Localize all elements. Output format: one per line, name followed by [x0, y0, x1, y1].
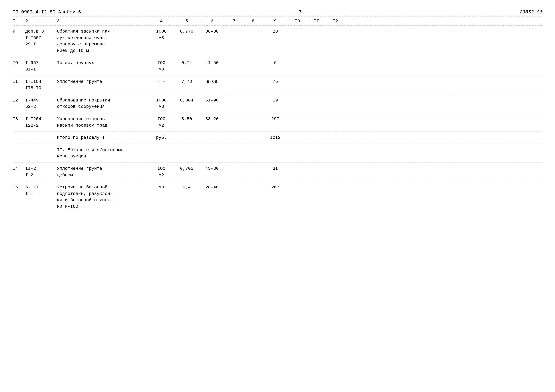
col-header-12: I2 — [326, 19, 345, 24]
cell-c4: IO0м3 — [149, 60, 174, 72]
cell-c6: 43-30 — [199, 165, 225, 172]
cell-c4: IO0м2 — [149, 165, 174, 178]
cell-c4: -"- — [149, 78, 174, 85]
cell-c9: IOI2 — [263, 135, 288, 141]
col-header-2: 2 — [25, 19, 57, 24]
cell-c5: 0,705 — [174, 165, 199, 172]
table-row: II. Бетонные и ж/бетонные конструкции — [13, 144, 542, 163]
cell-c1: I3 — [13, 116, 25, 122]
cell-c3: Обратная засыпка па-зух котлована буль-д… — [57, 28, 149, 54]
cell-c2: I-9678I-I — [25, 60, 57, 72]
table-row: I56-I-II-IУстройство бетоннойподготовки,… — [13, 181, 542, 213]
cell-c2: I-44952-2 — [25, 97, 57, 110]
cell-c2: Доп.в.3I-I60729-I — [25, 28, 57, 48]
cell-c6: 4I-50 — [199, 60, 225, 66]
cell-c9: 75 — [263, 78, 288, 85]
col-header-3: 3 — [57, 19, 149, 24]
col-header-10: IO — [288, 19, 307, 24]
cell-c5: 9,4 — [174, 184, 199, 191]
col-header-1: I — [13, 19, 25, 24]
cell-c6: 5I-90 — [199, 97, 225, 104]
page-header: ТП 090I-4-I2.89 Альбом 6 - 7 - 23852-06 — [13, 9, 542, 15]
cell-c9: 267 — [263, 184, 288, 191]
table-row: IOI-9678I-IТо же, вручнуюIO0м30,I44I-506 — [13, 57, 542, 76]
cell-c5: 0,364 — [174, 97, 199, 104]
table-row: I4II-2I-2Уплотнение грунтащебнемIO0м20,7… — [13, 163, 542, 181]
table-row: I3I-I204I22-2Укрепление откосовнасыпи по… — [13, 113, 542, 132]
col-header-11: II — [307, 19, 326, 24]
cell-c2: 6-I-II-I — [25, 184, 57, 197]
cell-c9: I9 — [263, 97, 288, 104]
cell-c6: 36-30 — [199, 28, 225, 35]
cell-c9: 6 — [263, 60, 288, 66]
cell-c3: Уплотнение грунта — [57, 78, 149, 85]
cell-c9: 3I — [263, 165, 288, 172]
cell-c3: То же, вручную — [57, 60, 149, 66]
cell-c1: IO — [13, 60, 25, 66]
cell-c3: II. Бетонные и ж/бетонные конструкции — [57, 147, 149, 160]
cell-c9: 28 — [263, 28, 288, 35]
cell-c4: I000м3 — [149, 28, 174, 41]
table-row: I2I-44952-2Обвалование покрытияоткосов с… — [13, 94, 542, 113]
col-header-6: 6 — [199, 19, 225, 24]
table-row: III-II84II8-IOУплотнение грунта-"-7,789-… — [13, 76, 542, 94]
col-header-8: 8 — [244, 19, 263, 24]
cell-c5: 3,50 — [174, 116, 199, 122]
cell-c1: 9 — [13, 28, 25, 35]
cell-c9: 29I — [263, 116, 288, 122]
column-headers: I 2 3 4 5 6 7 8 9 IO II I2 — [13, 17, 542, 25]
cell-c5: 7,78 — [174, 78, 199, 85]
cell-c5: 0,I4 — [174, 60, 199, 66]
cell-c1: I5 — [13, 184, 25, 191]
col-header-5: 5 — [174, 19, 199, 24]
cell-c3: Устройство бетоннойподготовки, разуклон-… — [57, 184, 149, 210]
cell-c4: руб. — [149, 135, 174, 141]
cell-c3: Укрепление откосовнасыпи посевом трав — [57, 116, 149, 129]
cell-c5: 0,778 — [174, 28, 199, 35]
col-header-7: 7 — [225, 19, 244, 24]
cell-c6: 28-40 — [199, 184, 225, 191]
cell-c3: Итого по разделу I — [57, 135, 149, 141]
col-header-9: 9 — [263, 19, 288, 24]
cell-c6: 83-20 — [199, 116, 225, 122]
cell-c3: Обвалование покрытияоткосов сооружения — [57, 97, 149, 110]
cell-c1: I4 — [13, 165, 25, 172]
table-body: 9Доп.в.3I-I60729-IОбратная засыпка па-зу… — [13, 25, 542, 213]
cell-c4: I000м3 — [149, 97, 174, 110]
cell-c3: Уплотнение грунтащебнем — [57, 165, 149, 178]
cell-c4: м3 — [149, 184, 174, 191]
table-row: Итого по разделу Iруб.IOI2 — [13, 132, 542, 144]
col-header-4: 4 — [149, 19, 174, 24]
table-row: 9Доп.в.3I-I60729-IОбратная засыпка па-зу… — [13, 25, 542, 57]
cell-c2: I-II84II8-IO — [25, 78, 57, 91]
header-right: 23852-06 — [519, 9, 542, 15]
cell-c2: I-I204I22-2 — [25, 116, 57, 129]
cell-c1: I2 — [13, 97, 25, 104]
header-left: ТП 090I-4-I2.89 Альбом 6 — [13, 9, 81, 15]
cell-c6: 9-69 — [199, 78, 225, 85]
cell-c4: IO0м2 — [149, 116, 174, 129]
cell-c1: II — [13, 78, 25, 85]
header-center: - 7 - — [293, 9, 307, 15]
top-divider — [13, 16, 542, 16]
cell-c2: II-2I-2 — [25, 165, 57, 178]
